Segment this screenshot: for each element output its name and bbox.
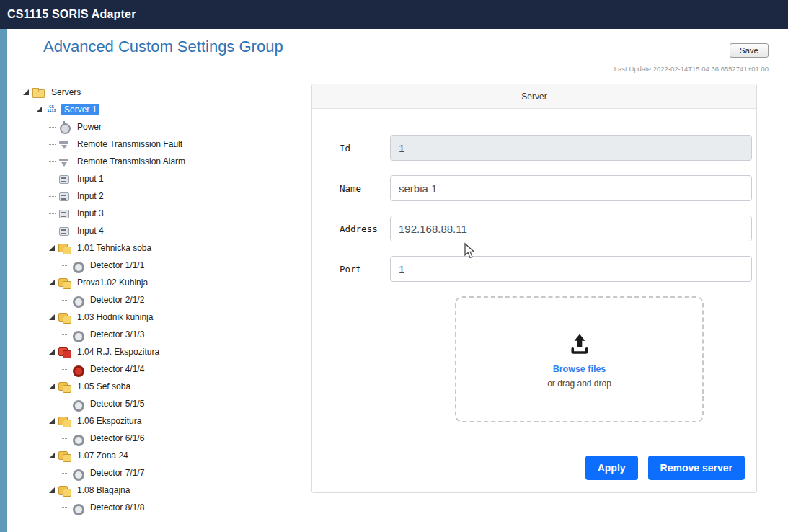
tree-item[interactable]: 1.01 Tehnicka soba — [22, 239, 310, 257]
tree-item[interactable]: Prova1.02 Kuhinja — [22, 274, 310, 291]
tree-indent-guide — [35, 378, 48, 395]
expander-icon[interactable] — [48, 417, 57, 426]
tree-item[interactable]: Input 3 — [22, 205, 310, 222]
tree-item[interactable]: Detector 7/1/7 — [22, 464, 310, 482]
tree-indent-guide — [22, 343, 35, 360]
tree-item[interactable]: Detector 5/1/5 — [22, 395, 310, 412]
tree-indent-guide — [35, 430, 48, 447]
expander-icon[interactable] — [48, 157, 57, 167]
expander-icon[interactable] — [48, 313, 57, 322]
tree-item[interactable]: Server 1 — [22, 101, 310, 118]
expander-icon[interactable] — [48, 451, 57, 461]
zone-icon — [58, 415, 71, 427]
port-field[interactable] — [390, 256, 752, 282]
tree-item-label: Input 4 — [74, 225, 107, 236]
tree-indent-guide — [22, 187, 35, 205]
tree-item[interactable]: Detector 3/1/3 — [22, 326, 310, 343]
tree-item[interactable]: 1.04 R.J. Ekspozitura — [22, 343, 310, 360]
tree-item-label: Input 3 — [74, 208, 107, 219]
expander-icon[interactable] — [61, 503, 70, 513]
panel-buttons: Apply Remove server — [340, 422, 752, 480]
zone-icon — [58, 242, 71, 254]
tree-item-label: 1.05 Sef soba — [74, 381, 133, 392]
tree-item[interactable]: Input 2 — [22, 187, 310, 205]
tree-item[interactable]: Detector 8/1/8 — [22, 499, 310, 516]
expander-icon[interactable] — [61, 365, 70, 374]
zone-icon — [58, 450, 71, 461]
tree-indent-guide — [22, 101, 35, 118]
tree-item[interactable]: Detector 4/1/4 — [22, 360, 310, 378]
expander-icon[interactable] — [48, 174, 57, 184]
zone-icon — [58, 277, 71, 288]
tree-item[interactable]: Detector 2/1/2 — [22, 291, 310, 309]
tree-item[interactable]: Detector 1/1/1 — [22, 257, 310, 274]
detector-icon — [71, 467, 84, 479]
apply-button[interactable]: Apply — [585, 456, 638, 480]
expander-icon[interactable] — [48, 192, 57, 201]
tree-indent-guide — [35, 326, 48, 343]
tree-indent-guide — [22, 257, 35, 274]
expander-icon[interactable] — [48, 244, 57, 253]
address-field[interactable] — [390, 216, 752, 241]
expander-icon[interactable] — [48, 226, 57, 236]
tree-indent-guide — [48, 257, 61, 274]
expander-icon[interactable] — [61, 399, 70, 409]
expander-icon[interactable] — [48, 382, 57, 391]
expander-icon[interactable] — [48, 123, 57, 132]
tree-item[interactable]: 1.06 Ekspozitura — [22, 412, 310, 430]
tree-indent-guide — [35, 274, 48, 291]
tree-item[interactable]: Power — [22, 118, 310, 136]
page-title: Advanced Custom Settings Group — [43, 37, 283, 56]
name-field[interactable] — [390, 175, 752, 201]
expander-icon[interactable] — [61, 434, 70, 443]
tree-item[interactable]: 1.07 Zona 24 — [22, 447, 310, 464]
tree-item[interactable]: Remote Transmission Alarm — [22, 153, 310, 170]
tree-indent-guide — [22, 447, 35, 464]
tree-indent-guide — [22, 222, 35, 239]
remove-server-button[interactable]: Remove server — [648, 456, 745, 480]
expander-icon[interactable] — [22, 88, 31, 97]
detector-icon — [71, 398, 84, 409]
detector-icon — [71, 294, 84, 306]
tree-item-label: Remote Transmission Fault — [74, 138, 185, 150]
tree-indent-guide — [22, 360, 35, 378]
tree-item[interactable]: Detector 6/1/6 — [22, 430, 310, 447]
form-row-address: Address — [340, 216, 752, 241]
expander-icon[interactable] — [48, 347, 57, 357]
tree-item[interactable]: Servers — [22, 84, 310, 101]
tree-item-label: Detector 5/1/5 — [87, 398, 147, 409]
input-icon — [58, 225, 71, 236]
expander-icon[interactable] — [48, 140, 57, 149]
zone-alarm-icon — [58, 346, 71, 358]
browse-files-link[interactable]: Browse files — [553, 364, 606, 374]
tree-indent-guide — [22, 118, 35, 136]
expander-icon[interactable] — [61, 296, 70, 305]
tree-indent-guide — [48, 291, 61, 309]
save-button[interactable]: Save — [730, 43, 769, 58]
tree-indent-guide — [35, 187, 48, 205]
expander-icon[interactable] — [48, 278, 57, 288]
tree-indent-guide — [22, 482, 35, 499]
expander-icon[interactable] — [61, 330, 70, 340]
expander-icon[interactable] — [61, 469, 70, 478]
expander-icon[interactable] — [35, 105, 44, 115]
file-drop-zone[interactable]: Browse files or drag and drop — [455, 296, 704, 422]
tree-indent-guide — [35, 395, 48, 412]
tree-item[interactable]: 1.03 Hodnik kuhinja — [22, 309, 310, 326]
tree-item-label: Input 1 — [74, 173, 107, 185]
input-icon — [58, 173, 71, 185]
tree-item[interactable]: 1.05 Sef soba — [22, 378, 310, 395]
tree-item[interactable]: 1.08 Blagajna — [22, 482, 310, 499]
expander-icon[interactable] — [48, 209, 57, 218]
tree-indent-guide — [35, 309, 48, 326]
upload-icon — [567, 331, 593, 357]
id-label: Id — [340, 143, 390, 154]
expander-icon[interactable] — [48, 486, 57, 495]
tree-item[interactable]: Input 4 — [22, 222, 310, 239]
tree-item[interactable]: Remote Transmission Fault — [22, 136, 310, 153]
expander-icon[interactable] — [61, 261, 70, 270]
tree-item[interactable]: Input 1 — [22, 170, 310, 187]
last-update-text: Last Update:2022-02-14T15:04:36.6552741+… — [614, 65, 769, 73]
tree-indent-guide — [22, 239, 35, 257]
tree-item-label: 1.07 Zona 24 — [74, 450, 131, 461]
